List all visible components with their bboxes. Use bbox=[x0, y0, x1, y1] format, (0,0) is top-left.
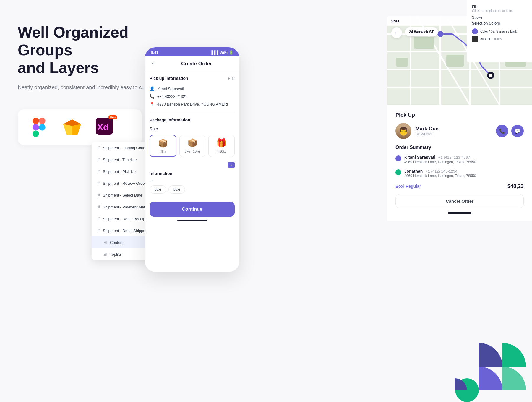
location-icon: 📍 bbox=[150, 102, 154, 106]
svg-rect-1 bbox=[39, 118, 46, 124]
map-address: 24 Warwick ST bbox=[405, 27, 438, 36]
driver-info: Mark Oue 8DWH823 bbox=[416, 126, 492, 136]
map-status: 9:41 bbox=[387, 16, 467, 26]
status-bar: 9:41 ▐▐▐ WiFi 🔋 bbox=[145, 47, 239, 56]
order-summary-label: Order Summary bbox=[395, 145, 524, 150]
person2-address: 4969 Hemlock Lane, Harlingen, Texas, 785… bbox=[404, 174, 476, 179]
svg-rect-29 bbox=[414, 37, 434, 49]
driver-code: 8DWH823 bbox=[416, 132, 492, 136]
person2-name: Jonathan +1 (412) 145-1234 bbox=[404, 169, 476, 174]
edit-label[interactable]: Edit bbox=[228, 76, 235, 81]
figma-icon bbox=[30, 118, 48, 137]
size-3-label: > 10kg bbox=[217, 150, 226, 153]
package-section-header: Package Information bbox=[150, 118, 235, 122]
svg-text:Xd: Xd bbox=[97, 122, 108, 132]
person1-row: Kitani Sarasvati +1 (412) 123-4567 4969 … bbox=[395, 155, 524, 165]
phone-nav: ← Create Order bbox=[145, 56, 239, 71]
person1-dot bbox=[395, 155, 401, 161]
pickup-label: Pick Up bbox=[395, 112, 524, 118]
color-square-dark bbox=[472, 36, 478, 42]
svg-marker-12 bbox=[72, 124, 81, 135]
pickup-section-label: Pick up Information bbox=[150, 76, 188, 81]
svg-rect-2 bbox=[33, 124, 39, 131]
driver-avatar: 👨 bbox=[395, 123, 411, 139]
decorative-shapes bbox=[455, 343, 532, 402]
size-2-label: 3kg - 10kg bbox=[185, 150, 200, 153]
call-button[interactable]: 📞 bbox=[496, 125, 508, 137]
checkbox-row: ✓ bbox=[150, 162, 235, 168]
main-content: Well Organized Groups and Layers Neatly … bbox=[0, 0, 532, 402]
color-name: Color / 02. Surface / Dark bbox=[480, 30, 517, 33]
xd-badge: New bbox=[108, 115, 117, 119]
xd-icon-container: New Xd bbox=[96, 118, 115, 137]
screen-title: Create Order bbox=[160, 61, 233, 67]
checkbox[interactable]: ✓ bbox=[228, 162, 235, 168]
map-time: 9:41 bbox=[391, 19, 400, 23]
selection-colors-label: Selection Colors bbox=[472, 21, 527, 25]
size-card-2[interactable]: 📦 3kg - 10kg bbox=[179, 135, 206, 157]
person1-phone: +1 (412) 123-4567 bbox=[438, 155, 470, 160]
address-row: 📍 4270 Benson Park Drive. YOUNG AMERI bbox=[150, 100, 235, 108]
driver-actions: 📞 💬 bbox=[496, 125, 524, 137]
driver-name: Mark Oue bbox=[416, 126, 492, 132]
map-back-button[interactable]: ← bbox=[391, 27, 402, 38]
phone-body: Pick up Information Edit 👤 Kitani Sarasv… bbox=[145, 71, 239, 226]
person1-address: 4969 Hemlock Lane, Harlingen, Texas, 785… bbox=[404, 160, 476, 165]
person1-name: Kitani Sarasvati +1 (412) 123-4567 bbox=[404, 155, 476, 160]
phone-icon: 📞 bbox=[150, 94, 154, 99]
courier-tag-2[interactable]: boxi bbox=[168, 185, 185, 194]
color-swatch-dark: 303030 100% bbox=[472, 36, 527, 42]
home-indicator bbox=[177, 220, 207, 221]
phone-value: +32 43223 21321 bbox=[157, 94, 187, 99]
svg-point-26 bbox=[437, 31, 443, 37]
svg-rect-3 bbox=[33, 131, 39, 137]
tool-icons-card: New Xd bbox=[18, 109, 142, 145]
person2-row: Jonathan +1 (412) 145-1234 4969 Hemlock … bbox=[395, 169, 524, 179]
stroke-label: Stroke bbox=[472, 15, 527, 20]
cancel-button[interactable]: Cancel Order bbox=[395, 194, 524, 208]
time-label: 9:41 bbox=[151, 50, 158, 55]
color-circle-purple bbox=[472, 28, 478, 34]
svg-point-4 bbox=[39, 124, 46, 131]
divider bbox=[150, 113, 235, 113]
driver-row: 👨 Mark Oue 8DWH823 📞 💬 bbox=[395, 123, 524, 139]
name-row: 👤 Kitani Sarasvati bbox=[150, 85, 235, 93]
package-section-label: Package Information bbox=[150, 118, 190, 122]
bottom-handle bbox=[448, 212, 471, 214]
size-label: Size bbox=[150, 127, 235, 131]
fill-note: Click + to replace mixed conte bbox=[472, 9, 527, 12]
back-button[interactable]: ← bbox=[151, 61, 156, 67]
size-card-3[interactable]: 🎁 > 10kg bbox=[208, 135, 235, 157]
courier-options: boxi boxi bbox=[150, 185, 235, 194]
order-panel: Pick Up 👨 Mark Oue 8DWH823 📞 💬 Order Sum… bbox=[387, 105, 532, 221]
phone-row: 📞 +32 43223 21321 bbox=[150, 93, 235, 100]
color-pct: 100% bbox=[494, 37, 502, 41]
svg-rect-30 bbox=[446, 55, 464, 67]
color-hex: 303030 bbox=[480, 37, 491, 41]
price-row: Boxi Regular $40,23 bbox=[395, 183, 524, 189]
sketch-icon bbox=[63, 118, 82, 137]
color-swatch-purple: Color / 02. Surface / Dark bbox=[472, 28, 527, 34]
svg-point-28 bbox=[489, 74, 492, 77]
fill-label: Fill bbox=[472, 5, 527, 9]
message-button[interactable]: 💬 bbox=[511, 125, 524, 137]
svg-rect-32 bbox=[396, 58, 408, 67]
pickup-section-header: Pick up Information Edit bbox=[150, 76, 235, 81]
size-options: 📦 1kg 📦 3kg - 10kg 🎁 > 10kg bbox=[150, 135, 235, 157]
courier-tag-1[interactable]: boxi bbox=[150, 185, 166, 194]
design-panel: Fill Click + to replace mixed conte Stro… bbox=[467, 0, 532, 62]
price-value: $40,23 bbox=[507, 183, 524, 189]
size-1-label: 1kg bbox=[160, 150, 166, 153]
person2-phone: +1 (412) 145-1234 bbox=[426, 169, 457, 174]
phone-mockup: 9:41 ▐▐▐ WiFi 🔋 ← Create Order Pick up I… bbox=[145, 47, 239, 272]
svg-marker-11 bbox=[63, 124, 72, 135]
person-icon: 👤 bbox=[150, 86, 154, 91]
continue-button[interactable]: Continue bbox=[150, 202, 235, 217]
address-value: 4270 Benson Park Drive. YOUNG AMERI bbox=[157, 102, 228, 106]
svg-rect-0 bbox=[33, 118, 39, 124]
info-label: Information bbox=[150, 171, 235, 176]
name-value: Kitani Sarasvati bbox=[157, 87, 184, 91]
status-icons: ▐▐▐ WiFi 🔋 bbox=[210, 50, 233, 55]
service-name: Boxi Regular bbox=[395, 184, 421, 189]
size-card-1[interactable]: 📦 1kg bbox=[150, 135, 176, 157]
